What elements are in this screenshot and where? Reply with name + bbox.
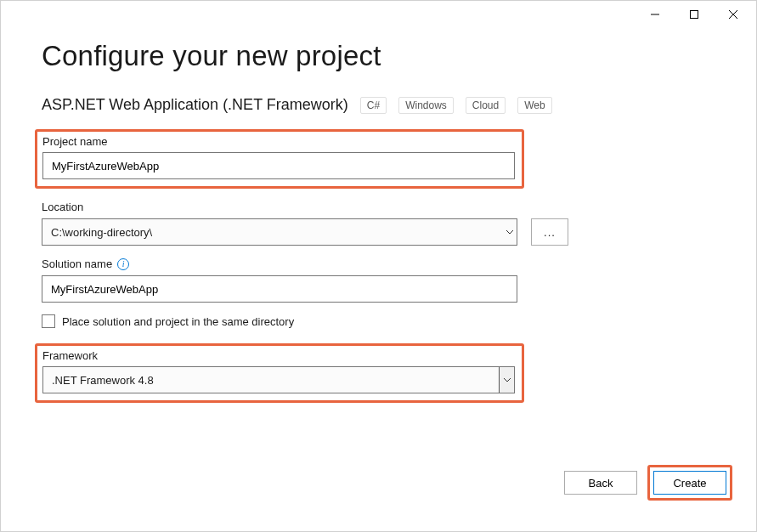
- create-button-highlight: Create: [647, 465, 732, 501]
- tag-windows: Windows: [398, 97, 454, 114]
- framework-highlight: Framework .NET Framework 4.8: [35, 343, 524, 403]
- minimize-button[interactable]: [636, 1, 675, 28]
- maximize-button[interactable]: [675, 1, 714, 28]
- info-icon[interactable]: i: [117, 258, 129, 270]
- chevron-down-icon: [501, 219, 517, 245]
- project-type-row: ASP.NET Web Application (.NET Framework)…: [42, 96, 715, 114]
- close-button[interactable]: [714, 1, 753, 28]
- minimize-icon: [651, 10, 659, 19]
- tag-web: Web: [517, 97, 551, 114]
- tag-csharp: C#: [360, 97, 387, 114]
- project-name-highlight: Project name: [35, 129, 524, 189]
- window-titlebar: [1, 1, 756, 28]
- framework-combo[interactable]: .NET Framework 4.8: [42, 366, 515, 393]
- solution-name-label: Solution name i: [42, 258, 715, 270]
- browse-button[interactable]: ...: [531, 218, 568, 246]
- page-title: Configure your new project: [42, 40, 715, 72]
- same-directory-checkbox[interactable]: [42, 314, 55, 328]
- svg-rect-1: [691, 11, 698, 19]
- same-directory-label: Place solution and project in the same d…: [62, 315, 294, 328]
- location-label: Location: [42, 201, 715, 213]
- solution-name-input[interactable]: [42, 275, 517, 303]
- location-value: C:\working-directory\: [42, 226, 501, 239]
- project-name-input[interactable]: [42, 152, 515, 179]
- chevron-down-icon: [499, 367, 514, 393]
- back-button[interactable]: Back: [564, 471, 637, 495]
- maximize-icon: [690, 10, 698, 19]
- location-combo[interactable]: C:\working-directory\: [42, 218, 517, 246]
- project-name-label: Project name: [42, 135, 517, 148]
- framework-label: Framework: [42, 349, 517, 362]
- close-icon: [729, 10, 737, 19]
- create-button[interactable]: Create: [653, 471, 726, 495]
- tag-cloud: Cloud: [466, 97, 506, 114]
- project-type-name: ASP.NET Web Application (.NET Framework): [42, 96, 348, 114]
- framework-value: .NET Framework 4.8: [43, 374, 499, 387]
